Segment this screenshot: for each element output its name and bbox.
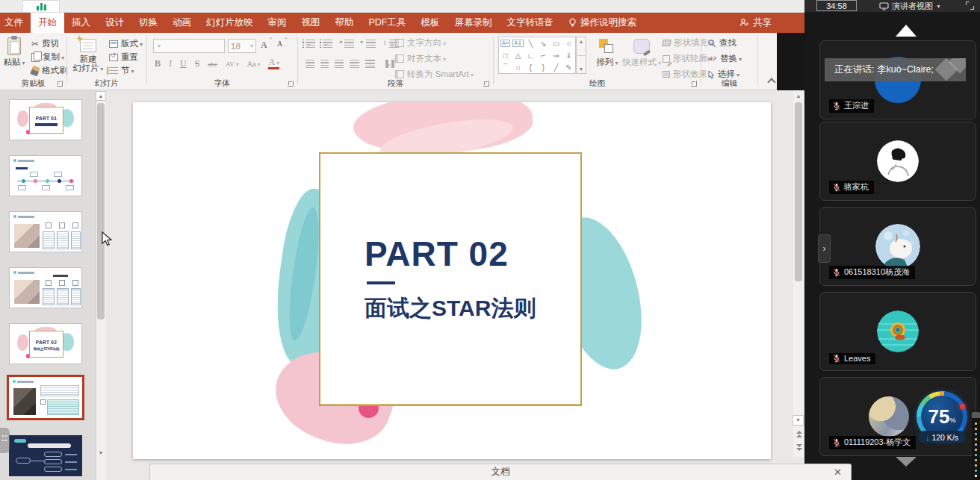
change-case-button[interactable]: Aa xyxy=(247,60,261,68)
slide-thumbnail-3[interactable] xyxy=(9,211,82,252)
replace-button[interactable]: ab 替换 xyxy=(707,53,742,64)
section-button[interactable]: 节 xyxy=(109,65,134,76)
slide-subtitle[interactable]: 面试之STAR法则 xyxy=(365,293,536,324)
chart-icon[interactable] xyxy=(22,0,60,13)
double-strikethrough-button[interactable]: abc xyxy=(208,60,217,68)
floating-panel-handle[interactable] xyxy=(0,428,10,453)
next-slide-button[interactable] xyxy=(794,442,804,453)
slide-thumbnail-7[interactable] xyxy=(9,435,82,476)
shape-corner-icon[interactable]: ⌐ xyxy=(542,52,546,60)
layout-button[interactable]: 版式 xyxy=(109,38,143,49)
drawing-dialog-launcher[interactable] xyxy=(691,81,697,87)
collapse-panel-button[interactable]: › xyxy=(818,234,831,263)
participant-tile-3[interactable]: 061518310杨茂海 xyxy=(819,207,976,286)
tab-design[interactable]: 设计 xyxy=(98,13,131,33)
format-painter-button[interactable]: 格式刷 xyxy=(31,65,68,76)
slide-canvas[interactable]: PART 02 面试之STAR法则 xyxy=(133,102,771,459)
thumbnail-scroll-up-button[interactable]: ▲ xyxy=(96,91,106,101)
shape-oval-icon[interactable]: ○ xyxy=(566,40,571,48)
shape-gallery-scrollbar[interactable]: ▲▼ xyxy=(576,37,586,74)
presenter-view-dropdown[interactable]: 演讲者视图 ▼ xyxy=(879,0,941,12)
shape-textbox-icon[interactable]: A≡ xyxy=(500,40,510,47)
align-text-button[interactable]: 对齐文本 xyxy=(395,53,446,64)
document-bar[interactable]: 文档 ✕ xyxy=(149,464,852,480)
align-right-button[interactable] xyxy=(335,60,344,68)
arrange-button[interactable]: 排列 xyxy=(594,39,621,68)
participant-tile-2[interactable]: 骆家杭 xyxy=(819,122,976,201)
character-spacing-button[interactable]: AV xyxy=(226,60,239,68)
increase-indent-button[interactable] xyxy=(366,40,376,48)
slide-thumbnail-2[interactable] xyxy=(9,155,82,196)
shape-diagonal-icon[interactable]: ╱ xyxy=(553,63,558,72)
find-button[interactable]: 查找 xyxy=(707,37,736,49)
shape-left-brace-icon[interactable]: { xyxy=(530,63,532,72)
close-icon[interactable]: ✕ xyxy=(834,467,842,478)
expand-icon[interactable] xyxy=(966,1,974,10)
slide-title-frame[interactable] xyxy=(319,152,582,406)
canvas-scroll-up-button[interactable]: ▲ xyxy=(793,91,804,101)
thumbnail-scroll-down-button[interactable]: ▼ xyxy=(96,448,106,458)
shape-down-arrow-icon[interactable]: ⇓ xyxy=(565,52,571,60)
tab-review[interactable]: 审阅 xyxy=(261,13,294,33)
align-left-button[interactable] xyxy=(306,60,314,68)
reset-button[interactable]: 重置 xyxy=(109,52,138,63)
shape-elbow-icon[interactable]: ∟ xyxy=(527,52,535,60)
tab-animations[interactable]: 动画 xyxy=(165,13,199,33)
tab-screen-record[interactable]: 屏幕录制 xyxy=(447,13,500,33)
numbering-button[interactable] xyxy=(323,40,332,48)
slide-thumbnail-1[interactable]: PART 01 xyxy=(9,99,82,140)
justify-button[interactable] xyxy=(350,60,359,68)
participant-tile-4[interactable]: Leaves xyxy=(819,292,976,371)
text-direction-button[interactable]: 文字方向 xyxy=(395,37,446,49)
font-size-combo[interactable]: 18 xyxy=(228,39,256,53)
scroll-participants-down-button[interactable] xyxy=(896,457,917,467)
slide-thumbnail-4[interactable] xyxy=(9,267,82,308)
strikethrough-button[interactable]: S xyxy=(195,58,200,69)
tab-pdf-tools[interactable]: PDF工具 xyxy=(362,13,414,33)
shape-right-brace-icon[interactable]: } xyxy=(542,63,545,72)
grow-font-button[interactable]: A xyxy=(261,40,267,51)
share-button[interactable]: 共享 xyxy=(739,13,772,33)
canvas-scroll-down-button[interactable]: ▼ xyxy=(793,415,804,426)
decrease-indent-button[interactable] xyxy=(344,40,354,48)
clipboard-dialog-launcher[interactable] xyxy=(57,81,63,87)
bullets-button[interactable] xyxy=(306,40,315,48)
new-slide-button[interactable]: 新建幻灯片 xyxy=(72,39,105,74)
columns-button[interactable] xyxy=(385,60,394,68)
font-color-button[interactable]: A xyxy=(268,58,279,69)
slide-thumbnail-6-selected[interactable] xyxy=(7,375,84,420)
paragraph-dialog-launcher[interactable] xyxy=(483,81,489,87)
tab-help[interactable]: 帮助 xyxy=(328,13,362,33)
font-name-combo[interactable] xyxy=(153,39,225,53)
shape-freeform-icon[interactable]: ✎ xyxy=(565,63,571,72)
shape-gallery[interactable]: A≡ A⇓ ╲ ⇘ ▭ ○ □ △ ∟ ⌐ ⇒ ⇓ ⌒ ∩ { } ╱ xyxy=(498,37,576,74)
tab-transitions[interactable]: 切换 xyxy=(131,13,165,33)
canvas-scrollbar-thumb[interactable] xyxy=(795,102,802,281)
tab-text-to-speech[interactable]: 文字转语音 xyxy=(500,13,562,33)
copy-button[interactable]: 复制 xyxy=(31,52,64,63)
shape-arrow-icon[interactable]: ⇘ xyxy=(540,40,546,48)
tab-file[interactable]: 文件 xyxy=(0,13,31,33)
shape-triangle-icon[interactable]: △ xyxy=(515,52,521,60)
tab-home[interactable]: 开始 xyxy=(31,13,64,33)
cut-button[interactable]: 剪切 xyxy=(31,38,59,49)
thumbnail-scrollbar-thumb[interactable] xyxy=(97,103,105,320)
previous-slide-button[interactable] xyxy=(794,428,804,440)
font-dialog-launcher[interactable] xyxy=(288,81,294,87)
scroll-participants-up-button[interactable] xyxy=(896,25,917,37)
paste-button[interactable]: 粘贴 xyxy=(1,37,27,68)
shape-curve-icon[interactable]: ∩ xyxy=(515,63,521,72)
shape-arc-icon[interactable]: ⌒ xyxy=(502,62,509,72)
tab-template[interactable]: 模板 xyxy=(414,13,447,33)
distribute-button[interactable] xyxy=(365,60,375,68)
tab-view[interactable]: 视图 xyxy=(294,13,328,33)
bold-button[interactable]: B xyxy=(155,58,161,69)
shape-right-arrow-icon[interactable]: ⇒ xyxy=(553,52,559,60)
align-center-button[interactable] xyxy=(320,60,329,68)
italic-button[interactable]: I xyxy=(169,58,172,69)
slide-part-title[interactable]: PART 02 xyxy=(365,234,509,274)
shape-vertical-textbox-icon[interactable]: A⇓ xyxy=(512,40,524,47)
tab-insert[interactable]: 插入 xyxy=(64,13,98,33)
tab-tell-me-search[interactable]: 操作说明搜索 xyxy=(561,13,644,33)
slide-thumbnail-5[interactable]: PART 02 面试之STAR法则 xyxy=(9,323,82,364)
